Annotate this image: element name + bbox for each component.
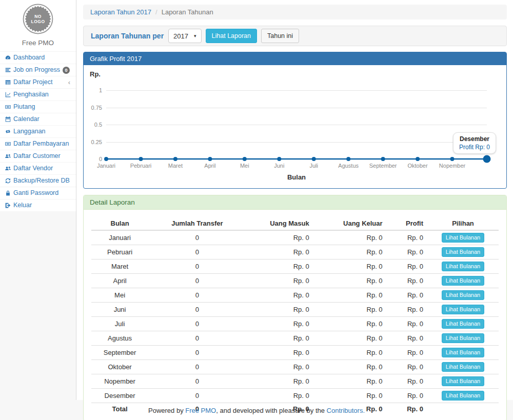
table-header-row: BulanJumlah TransferUang MasukUang Kelua…: [91, 217, 499, 230]
lihat-bulanan-button[interactable]: Lihat Bulanan: [442, 233, 484, 243]
month-cell: Agustus: [91, 331, 148, 346]
footer-text-middle: , and developed with pleasure by the: [216, 407, 326, 414]
sidebar-item-daftar-project[interactable]: Daftar Project‹: [0, 76, 76, 88]
sidebar-item-ganti-password[interactable]: Ganti Password: [0, 187, 76, 199]
data-point[interactable]: [139, 157, 143, 161]
lihat-bulanan-button[interactable]: Lihat Bulanan: [442, 247, 484, 257]
footer-text: Powered by: [148, 407, 185, 414]
profit-cell: Rp. 0: [387, 360, 427, 374]
data-point[interactable]: [416, 157, 420, 161]
lihat-bulanan-button[interactable]: Lihat Bulanan: [442, 262, 484, 271]
profit-line-series: [84, 65, 506, 188]
transfer-cell: 0: [148, 288, 246, 303]
users-icon: [5, 153, 13, 159]
lihat-bulanan-button[interactable]: Lihat Bulanan: [442, 376, 484, 386]
data-point[interactable]: [208, 157, 212, 161]
table-row: Januari0Rp. 0Rp. 0Rp. 0Lihat Bulanan: [91, 230, 499, 245]
lihat-bulanan-button[interactable]: Lihat Bulanan: [442, 290, 484, 300]
month-cell: Oktober: [91, 360, 148, 374]
sidebar-item-penghasilan[interactable]: Penghasilan: [0, 88, 76, 101]
sidebar-item-label: Langganan: [13, 128, 72, 135]
column-header: Uang Keluar: [313, 217, 387, 230]
keluar-cell: Rp. 0: [313, 374, 387, 389]
action-cell: Lihat Bulanan: [427, 389, 499, 403]
table-row: September0Rp. 0Rp. 0Rp. 0Lihat Bulanan: [91, 346, 499, 360]
data-point[interactable]: [381, 157, 385, 161]
transfer-cell: 0: [148, 245, 246, 259]
table-row: Desember0Rp. 0Rp. 0Rp. 0Lihat Bulanan: [91, 389, 499, 403]
keluar-cell: Rp. 0: [313, 346, 387, 360]
sidebar-item-daftar-pembayaran[interactable]: Daftar Pembayaran: [0, 137, 76, 150]
sidebar-item-calendar[interactable]: Calendar: [0, 113, 76, 125]
tasks-icon: [5, 67, 13, 73]
sidebar-item-langganan[interactable]: Langganan: [0, 125, 76, 137]
sidebar-item-label: Daftar Vendor: [13, 165, 72, 172]
lihat-bulanan-button[interactable]: Lihat Bulanan: [442, 391, 484, 401]
sidebar-menu: DashboardJob on Progress0Daftar Project‹…: [0, 51, 76, 211]
x-tick-label: Nopember: [431, 163, 474, 169]
table-row: Agustus0Rp. 0Rp. 0Rp. 0Lihat Bulanan: [91, 331, 499, 346]
column-header: Pilihan: [427, 217, 499, 230]
lihat-bulanan-button[interactable]: Lihat Bulanan: [442, 276, 484, 286]
filter-label: Laporan Tahunan per: [91, 32, 164, 40]
data-point[interactable]: [243, 157, 247, 161]
data-point[interactable]: [173, 157, 177, 161]
masuk-cell: Rp. 0: [246, 317, 313, 331]
keluar-cell: Rp. 0: [313, 274, 387, 288]
transfer-cell: 0: [148, 331, 246, 346]
detail-report-panel: Detail Laporan BulanJumlah TransferUang …: [83, 195, 507, 420]
refresh-icon: [5, 177, 13, 184]
table-icon: [5, 79, 13, 86]
year-select[interactable]: 2017 ▾: [168, 29, 201, 43]
lihat-bulanan-button[interactable]: Lihat Bulanan: [442, 333, 484, 343]
lihat-bulanan-button[interactable]: Lihat Bulanan: [442, 348, 484, 357]
masuk-cell: Rp. 0: [246, 389, 313, 403]
sidebar-item-daftar-customer[interactable]: Daftar Customer: [0, 150, 76, 162]
data-point[interactable]: [346, 157, 350, 161]
profit-chart-panel: Grafik Profit 2017 Rp. Desember Profit R…: [83, 52, 507, 189]
profit-cell: Rp. 0: [387, 274, 427, 288]
sidebar-item-label: Daftar Customer: [13, 152, 72, 160]
sidebar-item-piutang[interactable]: Piutang: [0, 101, 76, 113]
chart-panel-title: Grafik Profit 2017: [84, 52, 506, 65]
profit-cell: Rp. 0: [387, 303, 427, 317]
sidebar-item-job-on-progress[interactable]: Job on Progress0: [0, 64, 76, 76]
data-point[interactable]: [277, 157, 281, 161]
sidebar-item-keluar[interactable]: Keluar: [0, 199, 76, 211]
table-row: Juli0Rp. 0Rp. 0Rp. 0Lihat Bulanan: [91, 317, 499, 331]
sidebar-item-label: Penghasilan: [13, 91, 72, 98]
sidebar-item-daftar-vendor[interactable]: Daftar Vendor: [0, 162, 76, 174]
footer-link-free-pmo[interactable]: Free PMO: [185, 407, 216, 414]
transfer-cell: 0: [148, 317, 246, 331]
sidebar-item-label: Backup/Restore DB: [13, 177, 72, 185]
profit-cell: Rp. 0: [387, 331, 427, 346]
keluar-cell: Rp. 0: [313, 331, 387, 346]
count-badge: 0: [63, 67, 70, 74]
data-point[interactable]: [483, 155, 491, 163]
lihat-bulanan-button[interactable]: Lihat Bulanan: [442, 362, 484, 372]
lihat-bulanan-button[interactable]: Lihat Bulanan: [442, 319, 484, 329]
svg-text:LOGO: LOGO: [31, 19, 45, 24]
data-point[interactable]: [312, 157, 316, 161]
profit-cell: Rp. 0: [387, 245, 427, 259]
no-logo-seal: NOLOGO: [0, 4, 76, 36]
footer-link-contributors[interactable]: Contributors.: [327, 407, 365, 414]
transfer-cell: 0: [148, 360, 246, 374]
data-point[interactable]: [104, 157, 108, 161]
breadcrumb-link[interactable]: Laporan Tahun 2017: [90, 8, 151, 16]
keluar-cell: Rp. 0: [313, 389, 387, 403]
masuk-cell: Rp. 0: [246, 274, 313, 288]
data-point[interactable]: [450, 157, 455, 161]
action-cell: Lihat Bulanan: [427, 274, 499, 288]
table-row: Nopember0Rp. 0Rp. 0Rp. 0Lihat Bulanan: [91, 374, 499, 389]
transfer-cell: 0: [148, 230, 246, 245]
tahun-ini-button[interactable]: Tahun ini: [261, 29, 299, 43]
x-axis-label: Bulan: [106, 173, 487, 181]
chevron-down-icon: ▾: [194, 33, 196, 38]
lihat-bulanan-button[interactable]: Lihat Bulanan: [442, 305, 484, 314]
sidebar-item-backup-restore-db[interactable]: Backup/Restore DB: [0, 174, 76, 187]
lihat-laporan-button[interactable]: Lihat Laporan: [206, 29, 257, 43]
masuk-cell: Rp. 0: [246, 360, 313, 374]
transfer-cell: 0: [148, 374, 246, 389]
sidebar-item-dashboard[interactable]: Dashboard: [0, 51, 76, 64]
